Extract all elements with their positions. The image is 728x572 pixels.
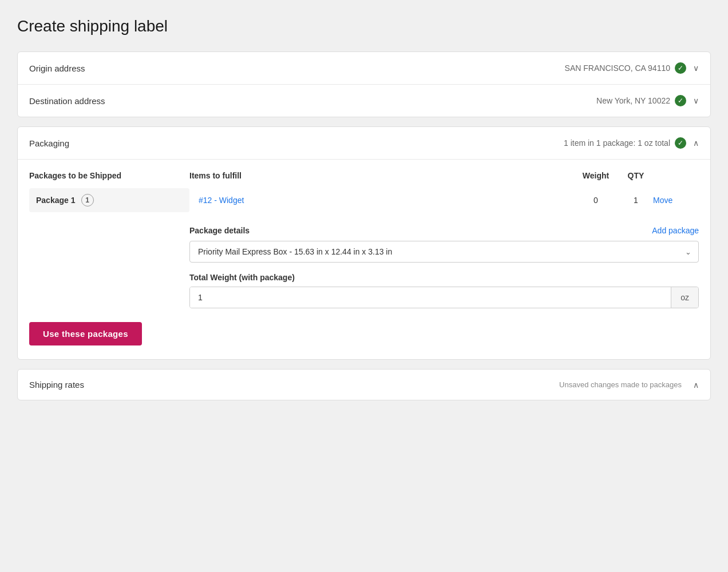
item-link[interactable]: #12 - Widget	[199, 196, 244, 205]
item-weight: 0	[573, 196, 619, 205]
col-header-qty: QTY	[619, 171, 653, 180]
total-weight-label: Total Weight (with package)	[189, 273, 699, 282]
packaging-header: Packaging 1 item in 1 package: 1 oz tota…	[18, 127, 710, 160]
package-type-select[interactable]: Priority Mail Express Box - 15.63 in x 1…	[189, 241, 699, 263]
address-card: Origin address SAN FRANCISCO, CA 94110 ✓…	[17, 51, 711, 117]
package-1-cell: Package 1 1	[29, 188, 189, 212]
destination-address-value: New York, NY 10022	[596, 96, 670, 105]
col-header-weight: Weight	[573, 171, 619, 180]
destination-address-row[interactable]: Destination address New York, NY 10022 ✓…	[18, 85, 710, 117]
package-select-chevron-icon: ⌄	[685, 248, 691, 256]
col-header-packages: Packages to be Shipped	[29, 171, 189, 180]
package-type-value: Priority Mail Express Box - 15.63 in x 1…	[198, 247, 392, 256]
packaging-label: Packaging	[29, 138, 69, 148]
move-link[interactable]: Move	[653, 196, 699, 205]
shipping-rates-header: Shipping rates Unsaved changes made to p…	[18, 370, 710, 400]
shipping-rates-right: Unsaved changes made to packages ∧	[559, 380, 699, 390]
package-row: Package 1 1 #12 - Widget 0 1 Move	[29, 188, 699, 212]
origin-verified-icon: ✓	[675, 62, 686, 74]
use-packages-button[interactable]: Use these packages	[29, 322, 142, 345]
origin-address-row[interactable]: Origin address SAN FRANCISCO, CA 94110 ✓…	[18, 52, 710, 85]
unsaved-changes-text: Unsaved changes made to packages	[559, 380, 682, 389]
packages-table-header: Packages to be Shipped Items to fulfill …	[29, 171, 699, 186]
weight-input[interactable]	[190, 287, 671, 308]
package-details-label: Package details	[189, 226, 250, 235]
shipping-rates-chevron-up-icon[interactable]: ∧	[693, 380, 699, 390]
package-1-name: Package 1	[36, 196, 76, 205]
shipping-rates-card: Shipping rates Unsaved changes made to p…	[17, 369, 711, 400]
packaging-body: Packages to be Shipped Items to fulfill …	[18, 160, 710, 359]
total-weight-section: Total Weight (with package) oz	[189, 273, 699, 308]
weight-unit: oz	[671, 287, 698, 308]
weight-input-wrapper: oz	[189, 287, 699, 308]
destination-verified-icon: ✓	[675, 95, 686, 106]
shipping-rates-label: Shipping rates	[29, 380, 84, 390]
packaging-card: Packaging 1 item in 1 package: 1 oz tota…	[17, 126, 711, 360]
packaging-summary: 1 item in 1 package: 1 oz total	[564, 138, 670, 148]
package-details-header: Package details Add package	[189, 226, 699, 235]
packaging-verified-icon: ✓	[675, 137, 686, 149]
origin-chevron-down-icon[interactable]: ∨	[693, 63, 699, 73]
destination-address-right: New York, NY 10022 ✓ ∨	[596, 95, 699, 106]
package-1-badge: 1	[81, 194, 94, 206]
origin-address-label: Origin address	[29, 63, 85, 73]
item-qty: 1	[619, 196, 653, 205]
col-header-items: Items to fulfill	[189, 171, 573, 180]
origin-address-value: SAN FRANCISCO, CA 94110	[565, 63, 670, 73]
add-package-link[interactable]: Add package	[652, 226, 699, 235]
page-title: Create shipping label	[17, 17, 711, 35]
col-header-action	[653, 171, 699, 180]
destination-address-label: Destination address	[29, 96, 105, 106]
packaging-chevron-up-icon[interactable]: ∧	[693, 138, 699, 148]
destination-chevron-down-icon[interactable]: ∨	[693, 96, 699, 105]
packaging-summary-right: 1 item in 1 package: 1 oz total ✓ ∧	[564, 137, 699, 149]
origin-address-right: SAN FRANCISCO, CA 94110 ✓ ∨	[565, 62, 699, 74]
package-details-section: Package details Add package Priority Mai…	[189, 226, 699, 263]
